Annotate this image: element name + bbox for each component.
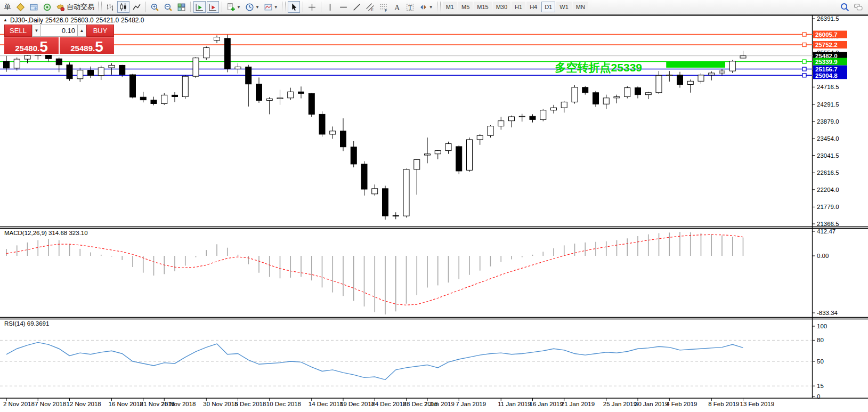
line-handle[interactable]	[802, 60, 806, 63]
line-handle[interactable]	[802, 74, 806, 77]
collapse-toggle-icon[interactable]: ▲	[3, 18, 7, 22]
bar-chart-button[interactable]	[104, 1, 116, 13]
zoom-in-button[interactable]	[149, 1, 161, 13]
bearish-candle	[172, 95, 178, 96]
chat-button[interactable]	[852, 1, 864, 13]
periods-button[interactable]: ▼	[244, 1, 261, 13]
new-order-label: 单	[4, 2, 11, 12]
buy-price[interactable]: 25489.5	[60, 37, 114, 54]
bearish-candle	[635, 88, 641, 95]
bullish-candle	[266, 99, 272, 100]
candlestick-chart-button[interactable]	[117, 1, 129, 13]
sell-price[interactable]: 25480.5	[4, 37, 59, 54]
indicators-button[interactable]: ▼	[225, 1, 242, 13]
crosshair-button[interactable]	[306, 1, 318, 13]
arrows-button[interactable]: ▼	[417, 1, 435, 13]
bearish-candle	[456, 147, 462, 171]
sell-button[interactable]: SELL	[4, 25, 32, 37]
trendline-button[interactable]	[351, 1, 363, 13]
date-tick-label: 4 Feb 2019	[666, 401, 697, 407]
line-handle[interactable]	[802, 67, 806, 71]
date-tick-label: 11 Jan 2019	[498, 401, 531, 407]
timeframe-h4-button[interactable]: H4	[526, 2, 540, 12]
bullish-candle	[698, 75, 704, 81]
vertical-line-button[interactable]	[324, 1, 336, 13]
bullish-candle	[109, 65, 115, 68]
line-handle[interactable]	[802, 33, 806, 36]
bullish-candle	[719, 71, 725, 73]
timeframe-m15-button[interactable]: M15	[474, 2, 491, 12]
data-window-button[interactable]	[28, 1, 40, 13]
fibonacci-icon: F	[379, 3, 388, 12]
toolbar-grip	[437, 2, 441, 12]
equidistant-channel-icon: E	[366, 3, 375, 12]
bullish-candle	[656, 76, 662, 93]
chart-shift-button[interactable]	[207, 1, 219, 13]
rsi-scale-label: 80	[817, 337, 824, 343]
volume-increase-button[interactable]: ▲	[77, 25, 86, 37]
price-tick-label: 24291.5	[817, 101, 839, 108]
cursor-icon	[289, 3, 298, 12]
text-button[interactable]: A	[391, 1, 403, 13]
bearish-candle	[140, 97, 146, 100]
bearish-candle	[309, 93, 314, 114]
timeframe-d1-button[interactable]: D1	[541, 2, 555, 12]
market-watch-icon	[16, 3, 25, 12]
bullish-candle	[603, 98, 609, 104]
market-watch-button[interactable]	[14, 1, 27, 13]
bullish-candle	[740, 56, 746, 58]
date-tick-label: 16 Jan 2019	[530, 401, 563, 407]
timeframe-h1-button[interactable]: H1	[512, 2, 525, 12]
cursor-button[interactable]	[288, 1, 300, 13]
autotrading-button[interactable]: 自动交易	[54, 1, 96, 13]
timeframe-m30-button[interactable]: M30	[493, 2, 510, 12]
timeframe-mn-button[interactable]: MN	[573, 2, 588, 12]
price-tick-label: 23041.5	[817, 152, 839, 159]
timeframe-m1-button[interactable]: M1	[443, 2, 457, 12]
line-handle[interactable]	[802, 43, 806, 46]
volume-decrease-button[interactable]: ▼	[32, 25, 41, 37]
text-label-button[interactable]: T	[404, 1, 416, 13]
bearish-candle	[593, 93, 599, 104]
chart-canvas[interactable]: 多空转折点2533926391.525966.525554.025129.024…	[0, 0, 868, 412]
date-tick-label: 14 Dec 2018	[309, 401, 343, 407]
buy-button[interactable]: BUY	[86, 25, 114, 37]
zoom-out-button[interactable]	[162, 1, 174, 13]
timeframe-m5-button[interactable]: M5	[458, 2, 473, 12]
vertical-line-icon	[326, 3, 335, 12]
bullish-candle	[667, 75, 672, 76]
chart-shift-icon	[208, 3, 217, 12]
price-tick-label: 26391.5	[817, 15, 839, 22]
timeframe-w1-button[interactable]: W1	[556, 2, 572, 12]
fibonacci-button[interactable]: F	[377, 1, 390, 13]
highlight-zone-rect[interactable]	[666, 61, 725, 68]
tile-windows-icon	[177, 3, 186, 12]
bearish-candle	[4, 61, 10, 68]
price-badge-label: 26005.7	[815, 31, 838, 38]
horizontal-line-button[interactable]	[337, 1, 350, 13]
bearish-candle	[246, 67, 252, 84]
auto-scroll-button[interactable]	[193, 1, 206, 13]
date-tick-label: 7 Nov 2018	[35, 401, 66, 407]
data-window-icon	[29, 3, 38, 12]
candlestick-chart-icon	[119, 3, 128, 12]
templates-button[interactable]: ▼	[262, 1, 280, 13]
date-tick-label: 26 Nov 2018	[161, 401, 196, 407]
date-tick-label: 2 Jan 2019	[424, 401, 455, 407]
equidistant-channel-button[interactable]: E	[364, 1, 376, 13]
tile-windows-button[interactable]	[175, 1, 188, 13]
toolbar-grip	[98, 2, 102, 12]
bullish-candle	[435, 151, 441, 154]
navigator-button[interactable]	[41, 1, 53, 13]
pivot-annotation-text[interactable]: 多空转折点25339	[555, 61, 642, 74]
bullish-candle	[235, 67, 241, 69]
bearish-candle	[677, 75, 683, 85]
bullish-candle	[645, 93, 651, 95]
volume-input[interactable]	[41, 25, 77, 37]
search-button[interactable]	[839, 1, 851, 13]
buy-price-main: 25489.	[70, 44, 95, 52]
bullish-candle	[445, 144, 451, 151]
bullish-candle	[488, 126, 493, 136]
line-chart-button[interactable]	[131, 1, 143, 13]
new-order-button[interactable]: 单	[2, 1, 13, 13]
